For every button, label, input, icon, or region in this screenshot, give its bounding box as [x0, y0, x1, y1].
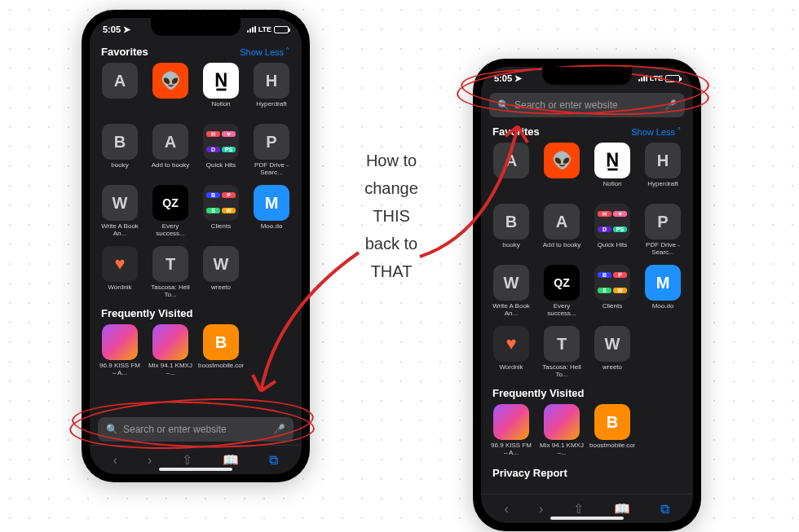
favorite-item[interactable]: AAdd to booky — [536, 200, 587, 260]
favorite-icon[interactable]: 👽 — [152, 63, 188, 99]
favorite-icon[interactable] — [493, 404, 529, 440]
favorite-item[interactable]: Bboostmobile.com — [587, 401, 638, 460]
favorite-item[interactable]: 96.9 KISS FM – A... — [95, 321, 145, 380]
favorite-item[interactable]: A — [95, 59, 145, 119]
favorite-icon[interactable]: A — [544, 204, 580, 240]
favorite-item[interactable]: PPDF Drive - Searc... — [638, 200, 688, 260]
favorite-icon[interactable]: B — [493, 204, 529, 240]
favorite-item[interactable]: Wwreeto — [587, 323, 638, 382]
favorite-icon[interactable] — [544, 404, 580, 440]
tabs-button[interactable]: ⧉ — [660, 502, 669, 517]
favorite-item[interactable]: HHyperdraft — [638, 139, 688, 199]
favorite-item[interactable]: 👽 — [145, 59, 196, 119]
forward-button[interactable]: › — [539, 502, 543, 517]
favorite-item[interactable]: TTascosa: Hell To... — [145, 243, 196, 302]
mic-icon[interactable]: 🎤 — [273, 424, 285, 435]
favorite-item[interactable]: 👽 — [536, 139, 587, 199]
favorite-item[interactable]: BPSWClients — [196, 182, 246, 241]
favorite-item[interactable]: WWrite A Book An... — [95, 182, 145, 241]
back-button[interactable]: ‹ — [113, 453, 117, 468]
favorite-item[interactable]: WWrite A Book An... — [486, 262, 536, 321]
notch — [151, 18, 241, 36]
favorite-item[interactable]: Bbooky — [95, 121, 145, 180]
favorite-item[interactable]: H♥DPSQuick Hits — [196, 121, 246, 180]
favorite-item[interactable]: BPSWClients — [587, 262, 638, 321]
favorite-icon[interactable]: W — [102, 185, 138, 221]
favorite-icon[interactable]: ♥ — [102, 246, 138, 282]
favorite-icon[interactable]: B — [203, 324, 239, 360]
tabs-button[interactable]: ⧉ — [269, 453, 278, 468]
favorite-icon[interactable]: N̲ — [594, 143, 630, 178]
forward-button[interactable]: › — [148, 453, 152, 468]
favorite-item[interactable]: 96.9 KISS FM – A... — [486, 401, 536, 460]
search-icon: 🔍 — [106, 424, 118, 435]
home-indicator[interactable] — [550, 517, 624, 520]
favorite-icon[interactable]: BPSW — [594, 265, 630, 301]
favorite-item[interactable]: ♥Wordnik — [486, 323, 536, 382]
favorite-item[interactable]: TTascosa: Hell To... — [536, 323, 587, 382]
favorite-item[interactable]: QZEvery success... — [145, 182, 196, 241]
favorite-icon[interactable]: QZ — [152, 185, 188, 221]
favorite-icon[interactable]: ♥ — [493, 326, 529, 362]
favorite-icon[interactable]: B — [102, 124, 138, 160]
favorite-item[interactable]: HHyperdraft — [246, 59, 297, 119]
favorite-item[interactable]: N̲Notion — [196, 59, 246, 119]
favorite-label: Mix 94.1 KMXJ –... — [148, 363, 193, 377]
favorite-icon[interactable]: M — [254, 185, 289, 221]
favorite-icon[interactable]: B — [594, 404, 630, 440]
favorite-icon[interactable]: H — [645, 143, 681, 178]
favorite-item[interactable]: H♥DPSQuick Hits — [587, 200, 638, 260]
favorite-icon[interactable]: A — [102, 63, 138, 99]
phone-mockup-bottom-bar: 5:05 ➤ LTE Favorites Show Less ˄ A👽N̲Not… — [82, 10, 310, 482]
favorite-item[interactable]: PPDF Drive - Searc... — [246, 121, 297, 180]
favorite-icon[interactable]: H — [254, 63, 289, 99]
show-less-link[interactable]: Show Less ˄ — [240, 46, 290, 57]
favorite-icon[interactable]: T — [544, 326, 580, 362]
favorite-icon[interactable]: W — [493, 265, 529, 301]
share-button[interactable]: ⇧ — [182, 452, 192, 468]
favorite-icon[interactable]: QZ — [544, 265, 580, 301]
bookmarks-button[interactable]: 📖 — [614, 501, 630, 517]
favorite-icon[interactable]: N̲ — [203, 63, 239, 99]
notch — [542, 67, 632, 85]
favorite-icon[interactable]: H♥DPS — [594, 204, 630, 240]
favorite-icon[interactable]: H♥DPS — [203, 124, 239, 160]
favorite-icon[interactable]: W — [203, 246, 239, 282]
favorite-icon[interactable]: P — [254, 124, 289, 160]
favorite-icon[interactable]: A — [152, 124, 188, 160]
favorite-item[interactable]: ♥Wordnik — [95, 243, 145, 302]
favorite-icon[interactable]: M — [645, 265, 681, 301]
favorite-item[interactable]: Mix 94.1 KMXJ –... — [536, 401, 587, 460]
favorite-item[interactable]: QZEvery success... — [536, 262, 587, 321]
bookmarks-button[interactable]: 📖 — [223, 452, 239, 468]
favorite-icon[interactable]: 👽 — [544, 143, 580, 178]
address-bar-bottom[interactable]: 🔍 Search or enter website 🎤 — [98, 417, 294, 442]
show-less-link[interactable]: Show Less ˄ — [631, 126, 682, 137]
favorite-item[interactable]: AAdd to booky — [145, 121, 196, 180]
favorite-item[interactable]: MMoo.do — [638, 262, 688, 321]
favorite-item[interactable]: MMoo.do — [246, 182, 297, 241]
favorite-icon[interactable]: P — [645, 204, 681, 240]
home-indicator[interactable] — [159, 468, 232, 471]
favorite-item[interactable]: Bboostmobile.com — [196, 321, 246, 380]
address-bar-top[interactable]: 🔍 Search or enter website 🎤 — [489, 93, 685, 117]
favorite-item[interactable]: N̲Notion — [587, 139, 638, 199]
favorite-label: boostmobile.com — [589, 442, 635, 457]
favorite-label: booky — [488, 242, 534, 257]
mic-icon[interactable]: 🎤 — [664, 99, 677, 111]
favorite-icon[interactable] — [102, 324, 138, 360]
favorite-icon[interactable] — [152, 324, 188, 360]
favorite-item[interactable]: Wwreeto — [196, 243, 246, 302]
back-button[interactable]: ‹ — [505, 502, 509, 517]
favorite-icon[interactable]: BPSW — [203, 185, 239, 221]
favorite-icon[interactable]: W — [594, 326, 630, 362]
favorite-icon[interactable]: A — [493, 143, 529, 178]
favorite-item[interactable]: A — [486, 139, 536, 199]
favorite-label — [148, 101, 193, 116]
favorite-item[interactable]: Bbooky — [486, 200, 536, 260]
share-button[interactable]: ⇧ — [573, 501, 584, 517]
favorite-icon[interactable]: T — [152, 246, 188, 282]
favorite-label: Hyperdraft — [640, 181, 686, 196]
favorite-item[interactable]: Mix 94.1 KMXJ –... — [145, 321, 196, 380]
battery-icon — [665, 75, 680, 82]
